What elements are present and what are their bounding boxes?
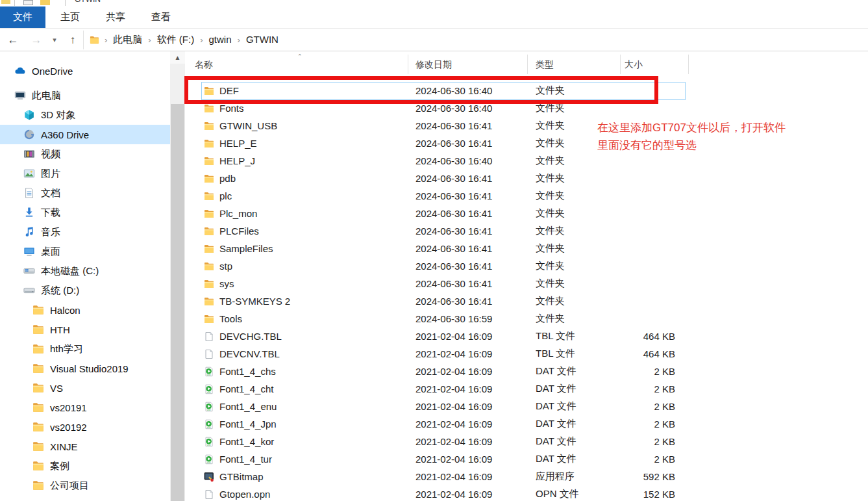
folder-icon [204,103,214,114]
sidebar-item-label: vs20191 [50,402,87,413]
breadcrumb-item[interactable]: 软件 (F:) [156,34,196,45]
folder-icon [204,156,214,166]
sidebar-item-hth-study[interactable]: hth学习 [0,339,170,359]
sidebar-item-xinje[interactable]: XINJE [0,437,170,456]
type-cell: DAT 文件 [536,418,610,430]
sidebar-item-a360-drive[interactable]: A360 Drive [0,125,170,144]
sidebar-item-label: 视频 [41,148,60,161]
table-row[interactable]: vcdFont1_4_chs2021-02-04 16:09DAT 文件2 KB [193,363,689,380]
table-row[interactable]: pdb2024-06-30 16:41文件夹 [193,170,689,187]
file-name-cell: DEF [193,85,415,96]
tab-home[interactable]: 主页 [49,6,91,28]
sidebar-item-label: hth学习 [50,343,83,355]
a360-icon [23,129,35,140]
table-row[interactable]: Fonts2024-06-30 16:40文件夹 [193,99,689,117]
date-modified-cell: 2021-02-04 16:09 [415,471,536,482]
size-cell: 152 KB [610,489,675,500]
sidebar-item-documents[interactable]: 文档 [0,183,170,203]
table-row[interactable]: vcdFont1_4_kor2021-02-04 16:09DAT 文件2 KB [193,433,689,450]
table-row[interactable]: PLCFiles2024-06-30 16:41文件夹 [193,222,689,240]
scroll-up-icon[interactable]: ▲ [170,51,185,64]
file-name-cell: Plc_mon [193,208,415,219]
table-row[interactable]: SampleFiles2024-06-30 16:41文件夹 [193,240,689,257]
sidebar-item-desktop[interactable]: 桌面 [0,242,170,261]
sidebar-item-cases[interactable]: 案例 [0,456,170,476]
sidebar-item-this-pc[interactable]: 此电脑 [0,86,170,105]
file-name: DEVCNV.TBL [219,348,280,359]
back-button[interactable]: ← [4,29,22,51]
sidebar-item-label: OneDrive [32,66,73,77]
table-row[interactable]: vcdFont1_4_Jpn2021-02-04 16:09DAT 文件2 KB [193,415,689,433]
sidebar-scrollbar[interactable]: ▲ [170,51,185,501]
column-header-date[interactable]: 修改日期 [415,59,536,71]
breadcrumb-item[interactable]: 此电脑 [112,34,143,45]
table-row[interactable]: plc2024-06-30 16:41文件夹 [193,187,689,205]
breadcrumb: ›此电脑›软件 (F:)›gtwin›GTWIN [100,34,280,46]
header-separator[interactable] [408,55,408,74]
sidebar-item-hth[interactable]: HTH [0,320,170,339]
scrollbar-thumb[interactable] [171,104,184,501]
sidebar-item-pictures[interactable]: 图片 [0,164,170,183]
media-icon: vcd [204,437,214,447]
sidebar-item-3d-objects[interactable]: 3D 对象 [0,105,170,125]
navigation-bar: ← → ▾ ↑ ›此电脑›软件 (F:)›gtwin›GTWIN [0,29,868,51]
tab-view[interactable]: 查看 [140,6,182,28]
sidebar-item-downloads[interactable]: 下载 [0,203,170,222]
navigation-pane: OneDrive此电脑3D 对象A360 Drive视频图片文档下载音乐桌面本地… [0,51,170,501]
table-row[interactable]: Gtopen.opn2021-02-04 16:09OPN 文件152 KB [193,485,689,501]
sidebar-item-label: A360 Drive [41,129,89,140]
size-cell: 2 KB [610,401,675,412]
size-cell: 2 KB [610,383,675,394]
table-row[interactable]: vcdFont1_4_cht2021-02-04 16:09DAT 文件2 KB [193,380,689,398]
tab-file[interactable]: 文件 [0,6,45,28]
date-modified-cell: 2024-06-30 16:59 [415,313,536,324]
column-header-type[interactable]: 类型 [536,59,610,71]
sidebar-item-company-projects[interactable]: 公司项目 [0,476,170,495]
forward-button[interactable]: → [27,29,45,51]
sidebar-item-vs20192[interactable]: vs20192 [0,417,170,437]
file-name-cell: vcdFont1_4_cht [193,383,415,394]
type-cell: DAT 文件 [536,365,610,378]
table-row[interactable]: DEVCNV.TBL2021-02-04 16:09TBL 文件464 KB [193,345,689,363]
date-modified-cell: 2024-06-30 16:41 [415,190,536,201]
sidebar-item-onedrive[interactable]: OneDrive [0,61,170,81]
breadcrumb-item[interactable]: gtwin [208,34,233,45]
breadcrumb-item[interactable]: GTWIN [245,34,280,45]
sidebar-item-music[interactable]: 音乐 [0,222,170,242]
file-name-cell: HELP_J [193,155,415,166]
sidebar-item-disk-c[interactable]: 本地磁盘 (C:) [0,261,170,281]
sidebar-item-visual-studio2019[interactable]: Visual Studio2019 [0,359,170,378]
header-separator[interactable] [688,55,689,74]
svg-text:vcd: vcd [207,409,210,411]
tab-share[interactable]: 共享 [95,6,136,28]
sidebar-item-vs20191[interactable]: vs20191 [0,398,170,417]
table-row[interactable]: GTBitmap2021-02-04 16:09应用程序592 KB [193,468,689,485]
sidebar-item-disk-d[interactable]: 系统 (D:) [0,281,170,300]
header-separator[interactable] [620,55,621,74]
table-row[interactable]: sys2024-06-30 16:41文件夹 [193,275,689,292]
table-row[interactable]: stp2024-06-30 16:41文件夹 [193,257,689,275]
column-header-name[interactable]: 名称 [193,59,415,71]
table-row[interactable]: Tools2024-06-30 16:59文件夹 [193,310,689,328]
table-row[interactable]: vcdFont1_4_enu2021-02-04 16:09DAT 文件2 KB [193,398,689,415]
address-bar[interactable]: ›此电脑›软件 (F:)›gtwin›GTWIN [83,31,868,49]
sidebar-item-halcon[interactable]: Halcon [0,300,170,320]
sort-ascending-icon: ⌃ [297,53,303,60]
table-row[interactable]: Plc_mon2024-06-30 16:41文件夹 [193,205,689,222]
sidebar-item-vs[interactable]: VS [0,378,170,398]
date-modified-cell: 2024-06-30 16:41 [415,278,536,289]
up-button[interactable]: ↑ [64,29,82,51]
sidebar-item-videos[interactable]: 视频 [0,144,170,164]
table-row[interactable]: DEVCHG.TBL2021-02-04 16:09TBL 文件464 KB [193,328,689,345]
date-modified-cell: 2024-06-30 16:41 [415,120,536,131]
size-cell: 2 KB [610,454,675,465]
file-name-cell: DEVCHG.TBL [193,331,415,342]
table-row[interactable]: vcdFont1_4_tur2021-02-04 16:09DAT 文件2 KB [193,450,689,468]
header-separator[interactable] [527,55,528,74]
sidebar-item-label: Visual Studio2019 [50,363,129,374]
table-row[interactable]: HELP_J2024-06-30 16:40文件夹 [193,152,689,170]
recent-locations-chevron-icon[interactable]: ▾ [48,29,61,51]
disk-icon [23,285,35,296]
table-row[interactable]: DEF2024-06-30 16:40文件夹 [193,82,689,99]
table-row[interactable]: TB-SYMKEYS 22024-06-30 16:41文件夹 [193,292,689,310]
